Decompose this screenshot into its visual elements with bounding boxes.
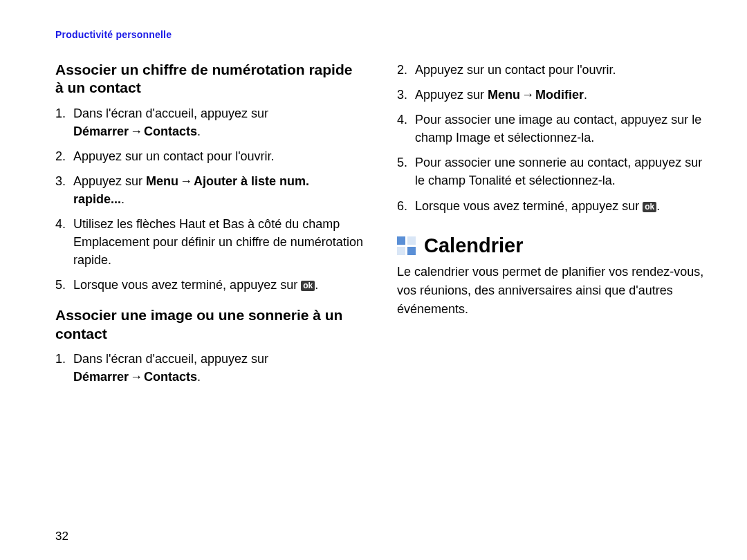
step-text: . [656, 199, 660, 213]
step-text: Lorsque vous avez terminé, appuyez sur [73, 278, 301, 292]
manual-page: Productivité personnelle Associer un chi… [0, 0, 747, 560]
step-text: Appuyez sur [415, 88, 488, 102]
arrow-icon: → [520, 88, 535, 102]
step-text: Dans l'écran d'accueil, appuyez sur [73, 352, 268, 366]
step-bold: Démarrer [73, 124, 129, 138]
arrow-icon: → [129, 370, 144, 384]
two-column-layout: Associer un chiffre de numérotation rapi… [55, 54, 706, 398]
step-text: . [197, 370, 201, 384]
list-item: Appuyez sur un contact pour l'ouvrir. [55, 147, 364, 165]
list-item: Pour associer une image au contact, appu… [397, 111, 706, 147]
steps-image-ringtone-start: Dans l'écran d'accueil, appuyez sur Déma… [55, 350, 364, 386]
arrow-icon: → [178, 174, 194, 188]
step-bold: Menu [488, 88, 520, 102]
step-text: Lorsque vous avez terminé, appuyez sur [415, 199, 643, 213]
breadcrumb: Productivité personnelle [55, 29, 706, 40]
step-text: . [315, 278, 318, 292]
step-text: Appuyez sur [73, 174, 146, 188]
list-item: Dans l'écran d'accueil, appuyez sur Déma… [55, 104, 364, 140]
step-bold: Démarrer [73, 370, 129, 384]
arrow-icon: → [129, 124, 144, 138]
calendar-intro-paragraph: Le calendrier vous permet de planifier v… [397, 263, 706, 319]
step-bold: Modifier [535, 88, 584, 102]
list-item: Appuyez sur Menu→Modifier. [397, 86, 706, 104]
step-text: Dans l'écran d'accueil, appuyez sur [73, 106, 268, 120]
page-number: 32 [55, 530, 68, 543]
section-heading-image-ringtone: Associer une image ou une sonnerie à un … [55, 306, 364, 343]
step-bold: Menu [146, 174, 178, 188]
steps-image-ringtone-cont: Appuyez sur un contact pour l'ouvrir. Ap… [397, 61, 706, 215]
ok-icon: ok [643, 202, 656, 212]
list-item: Lorsque vous avez terminé, appuyez sur o… [397, 197, 706, 215]
list-item: Lorsque vous avez terminé, appuyez sur o… [55, 276, 364, 294]
right-column: Appuyez sur un contact pour l'ouvrir. Ap… [397, 54, 706, 398]
list-item: Appuyez sur un contact pour l'ouvrir. [397, 61, 706, 79]
step-text: . [197, 124, 201, 138]
step-text: . [121, 192, 124, 206]
step-text: . [584, 88, 587, 102]
ok-icon: ok [301, 281, 315, 291]
step-bold: Contacts [144, 124, 197, 138]
step-bold: Contacts [144, 370, 197, 384]
windows-logo-icon [397, 236, 416, 255]
section-heading-speeddial: Associer un chiffre de numérotation rapi… [55, 61, 364, 97]
list-item: Utilisez les flèches Haut et Bas à côté … [55, 215, 364, 269]
section-heading-calendar: Calendrier [397, 234, 706, 257]
list-item: Dans l'écran d'accueil, appuyez sur Déma… [55, 350, 364, 386]
section-title-text: Calendrier [424, 234, 523, 257]
list-item: Pour associer une sonnerie au contact, a… [397, 153, 706, 189]
left-column: Associer un chiffre de numérotation rapi… [55, 54, 364, 398]
list-item: Appuyez sur Menu→Ajouter à liste num. ra… [55, 172, 364, 208]
steps-speeddial: Dans l'écran d'accueil, appuyez sur Déma… [55, 104, 364, 295]
